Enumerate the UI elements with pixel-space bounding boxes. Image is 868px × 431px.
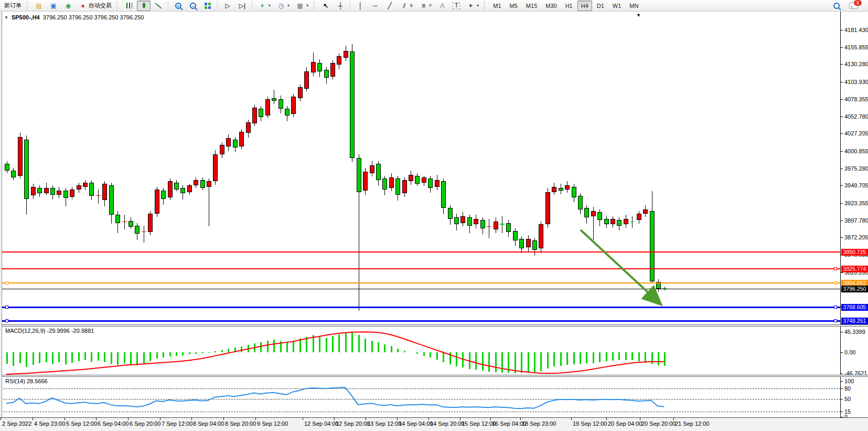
price-tick (841, 237, 843, 238)
panel-divider[interactable] (0, 375, 868, 377)
crosshair-icon: ┼ (336, 2, 345, 10)
timeframe-d1-button[interactable]: D1 (593, 1, 608, 11)
shapes-menu-button[interactable]: ✦▾ (464, 1, 481, 11)
tile-windows-button[interactable] (201, 1, 215, 11)
template-menu-button[interactable]: ▦▾ (293, 1, 311, 11)
horizontal-level-line[interactable] (0, 251, 840, 253)
current-price-line[interactable] (0, 289, 840, 289)
macd-panel[interactable] (0, 327, 841, 375)
autotrade-button[interactable]: ●自动交易 (76, 1, 114, 11)
bar-chart-mode-button[interactable] (122, 1, 136, 11)
time-axis[interactable]: 2 Sep 20224 Sep 23:005 Sep 12:006 Sep 04… (0, 417, 868, 431)
rsi-panel[interactable] (0, 377, 841, 417)
price-tick-label: 4130.280 (844, 61, 868, 67)
toolbar-separator (217, 2, 218, 10)
candle-up (435, 180, 440, 187)
trendline-tool-button[interactable]: ╱ (383, 1, 397, 11)
candle-down (415, 176, 420, 184)
level-price-badge: 3850.725 (841, 249, 868, 256)
text-tool-button[interactable]: A (435, 1, 449, 11)
macd-histogram-bar (71, 352, 73, 363)
line-handle[interactable] (834, 281, 837, 285)
market-watch-button[interactable]: ▤ (32, 1, 46, 11)
candle-up (77, 185, 81, 190)
macd-axis-tick (841, 373, 843, 374)
period-menu-button[interactable]: ◷▾ (274, 1, 292, 11)
time-label: 14 Sep 20:00 (430, 421, 464, 427)
toolbar-grip (484, 2, 487, 10)
macd-histogram-bar (293, 341, 294, 352)
horizontal-level-line[interactable] (0, 282, 840, 283)
line-handle[interactable] (834, 267, 837, 270)
timeframe-m5-button[interactable]: M5 (506, 1, 521, 11)
candlestick-mode-button[interactable] (137, 1, 151, 11)
timeframe-m30-button[interactable]: M30 (542, 1, 560, 11)
line-handle[interactable] (5, 306, 8, 309)
terminal-button[interactable]: ▣ (47, 1, 60, 11)
macd-histogram-bar (436, 352, 438, 360)
signal-button[interactable]: ◉ (61, 1, 75, 11)
line-chart-mode-button[interactable] (152, 1, 165, 11)
macd-histogram-bar (65, 352, 67, 364)
macd-histogram-bar (241, 346, 242, 352)
time-tick (460, 418, 460, 420)
collapse-chart-icon[interactable]: ▼ (4, 15, 8, 20)
price-chart-panel[interactable] (0, 12, 841, 324)
chart-shift-button[interactable]: ▷| (235, 1, 249, 11)
new-chart-button[interactable]: +▾ (255, 1, 273, 11)
macd-histogram-bar (345, 332, 347, 352)
candle-up (565, 185, 570, 190)
macd-histogram-bar (593, 352, 594, 363)
horizontal-level-line[interactable] (0, 307, 840, 308)
rsi-level-line (1, 388, 841, 389)
macd-histogram-bar (319, 337, 320, 352)
candle-up (83, 183, 88, 187)
horizontal-line-tool-button[interactable]: ─ (368, 1, 382, 11)
line-handle[interactable] (5, 281, 8, 285)
label-tool-button[interactable]: T (450, 1, 463, 11)
channel-tool-button[interactable]: ⫽E (398, 1, 415, 11)
zoom-out-button[interactable]: – (186, 1, 200, 11)
new-order-button[interactable]: 新订单 (2, 1, 24, 11)
macd-histogram-bar (221, 350, 223, 352)
timeframe-m15-button[interactable]: M15 (522, 1, 541, 11)
dropdown-caret-icon: ▾ (269, 3, 271, 8)
candle-down (109, 185, 114, 215)
cursor-tool-button[interactable]: ↖ (319, 1, 333, 11)
crosshair-tool-button[interactable]: ┼ (334, 1, 347, 11)
candle-up (155, 190, 159, 214)
search-button[interactable] (830, 1, 843, 11)
macd-histogram-bar (234, 348, 236, 352)
timeframe-m1-button[interactable]: M1 (489, 1, 505, 11)
zoom-in-button[interactable]: + (172, 1, 185, 11)
candle-down (63, 191, 68, 198)
timeframe-h1-button[interactable]: H1 (562, 1, 576, 11)
timeframe-h4-button[interactable]: H4 (577, 1, 592, 11)
candle-up (168, 181, 173, 197)
macd-histogram-bar (573, 352, 575, 364)
level-price-badge: 3768.605 (841, 304, 868, 311)
macd-indicator-label: MACD(12,26,9) -29.9996 -20.9881 (5, 328, 94, 334)
horizontal-level-line[interactable] (0, 320, 840, 322)
time-tick (255, 418, 256, 420)
macd-histogram-bar (625, 352, 627, 360)
price-axis[interactable]: 4181.4304155.8554130.2804103.9304078.355… (840, 12, 868, 417)
candle-down (278, 99, 283, 109)
fibonacci-tool-button[interactable]: ≡F (416, 1, 434, 11)
macd-histogram-bar (299, 339, 301, 352)
candle-up (460, 216, 465, 223)
notifications-button[interactable]: 1 (846, 1, 861, 11)
macd-histogram-bar (599, 352, 601, 362)
timeframe-mn-button[interactable]: MN (626, 1, 642, 11)
line-handle[interactable] (834, 306, 837, 309)
time-label: 8 Sep 20:00 (225, 421, 256, 427)
candle-up (487, 226, 491, 227)
timeframe-w1-button[interactable]: W1 (609, 1, 625, 11)
line-handle[interactable] (5, 319, 8, 322)
horizontal-level-line[interactable] (0, 268, 840, 269)
vertical-line-tool-button[interactable]: │ (353, 1, 367, 11)
panel-divider[interactable] (0, 324, 868, 327)
line-handle[interactable] (834, 319, 837, 322)
macd-histogram-bar (202, 352, 203, 353)
auto-scroll-button[interactable]: ▷ (221, 1, 234, 11)
